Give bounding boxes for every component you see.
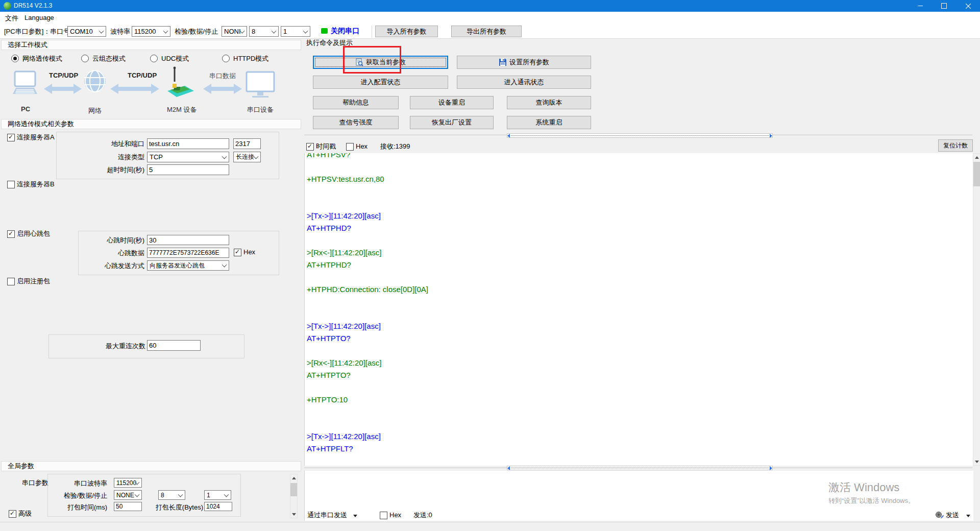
global-parity-select[interactable]: NONE <box>114 490 142 500</box>
hb-data-label: 心跳数据 <box>93 249 144 257</box>
server-a-port-input[interactable] <box>233 138 261 149</box>
log-area[interactable]: AT+HTPSV? +HTPSV:test.usr.cn,80 >[Tx->][… <box>304 153 973 466</box>
device-restart-button[interactable]: 设备重启 <box>410 96 494 109</box>
stopbits-select[interactable]: 1 <box>281 26 310 37</box>
global-stopbits-select[interactable]: 1 <box>204 490 231 500</box>
scroll-right-icon[interactable] <box>770 134 772 138</box>
baud-select[interactable]: 115200 <box>132 26 170 37</box>
log-line: +HTPHD:Connection: close[0D][0A] <box>307 283 973 296</box>
server-a-address-input[interactable] <box>147 138 229 149</box>
status-bar <box>0 522 980 531</box>
query-signal-button[interactable]: 查信号强度 <box>313 116 399 129</box>
hb-hex-label: Hex <box>243 248 255 256</box>
log-top-hscrollbar[interactable] <box>507 133 773 138</box>
heartbeat-checkbox[interactable] <box>7 230 15 238</box>
menu-language[interactable]: Language <box>22 14 56 21</box>
query-version-button[interactable]: 查询版本 <box>507 96 591 109</box>
log-line <box>307 185 973 198</box>
enter-config-state-button[interactable]: 进入配置状态 <box>313 76 448 89</box>
register-checkbox[interactable] <box>7 278 15 285</box>
menu-file[interactable]: 文件 <box>3 14 20 23</box>
server-a-checkbox[interactable] <box>7 134 15 141</box>
dropdown-arrow-icon[interactable] <box>353 515 357 517</box>
reconnect-input[interactable] <box>147 340 201 351</box>
radio-cloud-label[interactable]: 云组态模式 <box>92 55 126 63</box>
scroll-down-icon[interactable] <box>290 511 297 518</box>
radio-cloud-mode[interactable] <box>81 55 89 62</box>
scrollbar-thumb[interactable] <box>290 483 297 496</box>
send-input-area[interactable] <box>304 471 973 521</box>
pack-len-input[interactable] <box>204 502 232 511</box>
server-b-checkbox[interactable] <box>7 181 15 188</box>
hb-time-input[interactable] <box>147 235 229 245</box>
send-hex-label: Hex <box>389 511 401 519</box>
scroll-up-icon[interactable] <box>973 154 980 161</box>
radio-httpd-label[interactable]: HTTPD模式 <box>233 55 268 63</box>
system-restart-button[interactable]: 系统重启 <box>507 116 591 129</box>
send-dropdown-arrow-icon[interactable] <box>966 515 970 517</box>
radio-udc-mode[interactable] <box>150 55 158 62</box>
scroll-down-icon[interactable] <box>973 458 980 465</box>
global-line-label: 检验/数据/停止 <box>56 492 107 500</box>
scrollbar-thumb[interactable] <box>973 162 980 186</box>
global-baud-select[interactable]: 115200 <box>114 478 142 488</box>
factory-reset-button[interactable]: 恢复出厂设置 <box>410 116 494 129</box>
databits-select[interactable]: 8 <box>249 26 279 37</box>
close-button[interactable] <box>956 0 980 12</box>
log-line: >[Rx<-][11:42:20][asc] <box>307 357 973 369</box>
log-vscrollbar[interactable] <box>973 153 980 466</box>
radio-httpd-mode[interactable] <box>222 55 230 62</box>
log-line: +HTPTO:10 <box>307 394 973 406</box>
arrow-pc-network-icon <box>44 83 82 95</box>
log-content: AT+HTPSV? +HTPSV:test.usr.cn,80 >[Tx->][… <box>305 153 973 455</box>
reset-count-button[interactable]: 复位计数 <box>938 139 973 152</box>
scroll-up-icon[interactable] <box>290 474 297 481</box>
stopbits-value: 1 <box>283 28 287 35</box>
hscroll-track <box>511 135 769 136</box>
send-via-serial-dropdown[interactable]: 通过串口发送 <box>307 511 347 519</box>
log-line <box>307 308 973 320</box>
radio-net-transparent-label[interactable]: 网络透传模式 <box>22 55 62 63</box>
close-serial-button[interactable]: 关闭串口 <box>331 27 359 35</box>
parity-select[interactable]: NONI <box>222 26 247 37</box>
node-m2m-label: M2M 设备 <box>167 105 197 114</box>
radio-net-transparent-mode[interactable] <box>11 55 19 62</box>
global-databits-select[interactable]: 8 <box>158 490 185 500</box>
addr-port-label: 地址和端口 <box>93 140 144 148</box>
hb-hex-checkbox[interactable] <box>234 249 241 256</box>
serial-device-icon <box>245 70 276 99</box>
minimize-button[interactable] <box>908 0 932 12</box>
log-line: AT+HTPSV? <box>307 153 973 161</box>
conn-persist-select[interactable]: 长连接 <box>233 152 261 162</box>
set-all-params-button[interactable]: 设置所有参数 <box>457 56 591 69</box>
sent-count-label: 发送:0 <box>413 511 432 519</box>
log-hex-checkbox[interactable] <box>346 143 354 151</box>
send-button[interactable]: 发送 <box>946 511 959 519</box>
scroll-left-icon[interactable] <box>507 466 510 470</box>
conn-type-label: 连接类型 <box>93 153 144 161</box>
send-hex-checkbox[interactable] <box>380 512 387 519</box>
hb-mode-select[interactable]: 向服务器发送心跳包 <box>147 260 229 271</box>
com-port-select[interactable]: COM10 <box>67 26 106 37</box>
conn-type-select[interactable]: TCP <box>147 152 229 162</box>
help-info-button[interactable]: 帮助信息 <box>313 96 399 109</box>
chevron-down-icon <box>135 492 140 497</box>
scroll-left-icon[interactable] <box>507 134 510 138</box>
maximize-button[interactable] <box>932 0 956 12</box>
enter-comm-state-button[interactable]: 进入通讯状态 <box>457 76 591 89</box>
global-baud-label: 串口波特率 <box>61 479 107 488</box>
scroll-right-icon[interactable] <box>770 466 772 470</box>
radio-udc-label[interactable]: UDC模式 <box>161 55 189 63</box>
timestamp-checkbox[interactable] <box>306 143 314 151</box>
advanced-checkbox[interactable] <box>9 510 16 518</box>
log-line <box>307 161 973 173</box>
log-bottom-hscrollbar[interactable] <box>507 466 773 470</box>
send-icon[interactable] <box>935 511 944 519</box>
log-hex-label: Hex <box>356 142 368 151</box>
import-params-button[interactable]: 导入所有参数 <box>375 26 438 37</box>
export-params-button[interactable]: 导出所有参数 <box>451 26 522 37</box>
timeout-input[interactable] <box>147 164 229 175</box>
hb-data-input[interactable] <box>147 248 229 258</box>
left-panel-scrollbar[interactable] <box>290 474 298 518</box>
pack-time-input[interactable] <box>114 502 142 511</box>
